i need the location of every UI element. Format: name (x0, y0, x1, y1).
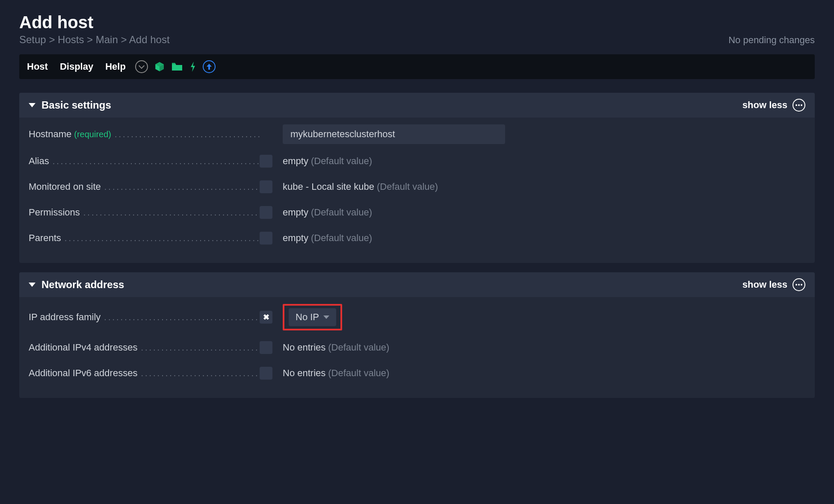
section-header-network: Network address show less (19, 272, 815, 297)
more-icon (793, 99, 805, 112)
basic-settings-section: Basic settings show less Hostname (requi… (19, 93, 815, 263)
dots: ........................................… (141, 343, 260, 353)
ipv4-value: No entries (Default value) (283, 342, 389, 353)
page-header: Add host Setup > Hosts > Main > Add host… (19, 13, 815, 46)
ipfamily-label-wrap: IP address family ......................… (29, 312, 260, 323)
hostname-label: Hostname (29, 129, 71, 140)
hostname-label-wrap: Hostname (required) ....................… (29, 129, 260, 140)
monitored-value: kube - Local site kube (Default value) (283, 181, 438, 192)
ipv6-value: No entries (Default value) (283, 368, 389, 379)
caret-down-icon[interactable] (29, 103, 35, 107)
ipfamily-highlight: No IP (283, 304, 342, 330)
show-less-text: show less (742, 279, 787, 290)
dots: ........................................… (53, 156, 260, 166)
alias-value: empty (Default value) (283, 156, 372, 167)
page-title: Add host (19, 13, 170, 32)
arrow-up-icon (207, 64, 212, 70)
show-less-toggle-basic[interactable]: show less (742, 99, 805, 112)
folder-icon[interactable] (171, 62, 183, 71)
expand-icon[interactable] (135, 60, 148, 73)
ipfamily-label: IP address family (29, 312, 101, 323)
monitored-row: Monitored on site ......................… (29, 178, 805, 195)
hostname-input[interactable] (283, 124, 505, 144)
toolbar-display[interactable]: Display (60, 61, 93, 72)
dots: ........................................… (104, 312, 260, 322)
alias-checkbox[interactable] (260, 155, 272, 168)
parents-value: empty (Default value) (283, 233, 372, 244)
page-title-block: Add host Setup > Hosts > Main > Add host (19, 13, 170, 46)
parents-checkbox[interactable] (260, 232, 272, 245)
alias-label: Alias (29, 156, 49, 167)
permissions-row: Permissions ............................… (29, 204, 805, 221)
monitored-label: Monitored on site (29, 181, 101, 192)
ipfamily-checkbox[interactable] (260, 311, 272, 324)
ipv6-label-wrap: Additional IPv6 addresses ..............… (29, 368, 260, 379)
ipv6-checkbox[interactable] (260, 367, 272, 380)
dots: ........................................… (65, 233, 260, 243)
toolbar: Host Display Help (19, 54, 815, 79)
show-less-toggle-network[interactable]: show less (742, 278, 805, 291)
show-less-text: show less (742, 100, 787, 111)
dots: ........................................… (83, 208, 260, 218)
ipfamily-dropdown[interactable]: No IP (289, 308, 336, 326)
dots: ........................................… (104, 182, 260, 192)
permissions-checkbox[interactable] (260, 206, 272, 219)
required-label: (required) (74, 130, 111, 139)
permissions-value: empty (Default value) (283, 207, 372, 218)
toolbar-help[interactable]: Help (105, 61, 126, 72)
monitored-checkbox[interactable] (260, 180, 272, 193)
pending-changes-status: No pending changes (728, 35, 815, 46)
ipv4-label-wrap: Additional IPv4 addresses ..............… (29, 342, 260, 353)
breadcrumb[interactable]: Setup > Hosts > Main > Add host (19, 34, 170, 46)
parents-row: Parents ................................… (29, 230, 805, 247)
alias-row: Alias ..................................… (29, 153, 805, 170)
ipv6-label: Additional IPv6 addresses (29, 368, 137, 379)
section-title-wrap: Network address (29, 279, 124, 291)
dropdown-caret-icon (323, 315, 329, 319)
parents-label: Parents (29, 233, 61, 244)
section-title-basic: Basic settings (41, 99, 111, 111)
cube-icon[interactable] (154, 61, 165, 72)
ipfamily-row: IP address family ......................… (29, 304, 805, 330)
toolbar-icons (135, 60, 216, 73)
parents-label-wrap: Parents ................................… (29, 233, 260, 244)
monitored-label-wrap: Monitored on site ......................… (29, 181, 260, 192)
ipv6-row: Additional IPv6 addresses ..............… (29, 365, 805, 382)
up-arrow-icon[interactable] (203, 60, 216, 73)
ipv4-label: Additional IPv4 addresses (29, 342, 137, 353)
permissions-label-wrap: Permissions ............................… (29, 207, 260, 218)
more-icon (793, 278, 805, 291)
bolt-icon[interactable] (189, 61, 197, 73)
permissions-label: Permissions (29, 207, 80, 218)
dots: ........................................… (115, 130, 260, 139)
ipv4-checkbox[interactable] (260, 341, 272, 354)
section-body-basic: Hostname (required) ....................… (19, 118, 815, 247)
section-body-network: IP address family ......................… (19, 297, 815, 382)
chevron-down-icon (139, 63, 145, 69)
section-header-basic: Basic settings show less (19, 93, 815, 118)
section-title-network: Network address (41, 279, 124, 291)
network-address-section: Network address show less IP address fam… (19, 272, 815, 398)
caret-down-icon[interactable] (29, 283, 35, 287)
hostname-row: Hostname (required) ....................… (29, 124, 805, 144)
alias-label-wrap: Alias ..................................… (29, 156, 260, 167)
ipv4-row: Additional IPv4 addresses ..............… (29, 339, 805, 356)
toolbar-host[interactable]: Host (27, 61, 48, 72)
dots: ........................................… (141, 368, 260, 378)
ipfamily-dropdown-text: No IP (296, 312, 319, 323)
section-title-wrap: Basic settings (29, 99, 111, 111)
